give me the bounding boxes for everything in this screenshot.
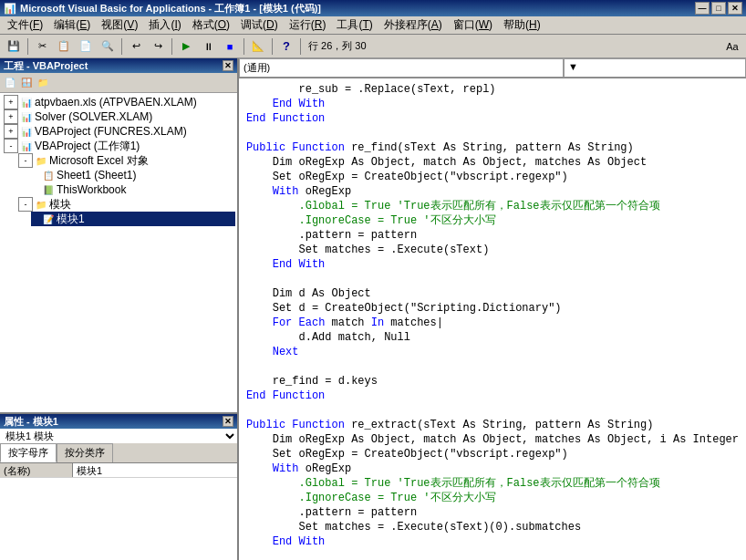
expand-vbaproject1[interactable]: - [4, 139, 18, 153]
project-explorer-title: 工程 - VBAProject [4, 59, 88, 73]
properties-panel: 属性 - 模块1 ✕ 模块1 模块 按字母序 按分类序 (名称) 模块1 [0, 414, 237, 560]
expand-modules[interactable]: - [18, 197, 33, 212]
menu-help[interactable]: 帮助(H) [498, 16, 546, 35]
icon-module1-spacer [33, 213, 40, 225]
tb-sep4 [243, 38, 244, 55]
icon-thisworkbook-spacer [33, 183, 40, 196]
label-atpvbaen: atpvbaen.xls (ATPVBAEN.XLAM) [35, 96, 197, 109]
left-panel: 工程 - VBAProject ✕ 📄 🪟 📁 + 📊 atpvbaen.xls… [0, 58, 239, 560]
proj-tb-toggle[interactable]: 📁 [35, 75, 51, 91]
tb-undo[interactable]: ↩ [126, 36, 146, 57]
icon-thisworkbook: 📗 [42, 183, 55, 196]
label-vbaproject1: VBAProject (工作簿1) [35, 139, 140, 154]
expand-funcres[interactable]: + [4, 124, 18, 139]
tb-design[interactable]: 📐 [248, 36, 268, 57]
expand-atpvbaen[interactable]: + [4, 95, 18, 109]
tb-sep6 [300, 38, 301, 55]
icon-excel-objects: 📁 [35, 154, 47, 167]
window-title: Microsoft Visual Basic for Applications … [20, 2, 321, 16]
menu-debug[interactable]: 调试(D) [235, 16, 284, 35]
menu-format[interactable]: 格式(O) [187, 16, 235, 35]
menu-addins[interactable]: 外接程序(A) [378, 16, 448, 35]
title-icon: 📊 [4, 3, 16, 15]
menu-edit[interactable]: 编辑(E) [48, 16, 96, 35]
tb-stop[interactable]: ■ [220, 36, 240, 57]
proj-tb-view-obj[interactable]: 🪟 [18, 75, 35, 91]
menu-view[interactable]: 视图(V) [96, 16, 143, 35]
code-header-proc[interactable]: ▼ [564, 58, 746, 78]
props-val-name[interactable]: 模块1 [73, 463, 237, 477]
tree-item-module1[interactable]: 📝 模块1 [31, 212, 235, 226]
tree-item-excel-objects[interactable]: - 📁 Microsoft Excel 对象 [16, 153, 235, 168]
icon-vbaproject1: 📊 [20, 140, 33, 152]
tb-find[interactable]: 🔍 [98, 36, 118, 57]
project-explorer: 工程 - VBAProject ✕ 📄 🪟 📁 + 📊 atpvbaen.xls… [0, 58, 237, 414]
tb-pause[interactable]: ⏸ [198, 36, 218, 57]
code-area[interactable]: re_sub = .Replace(sText, repl) End With … [239, 78, 746, 560]
project-explorer-close[interactable]: ✕ [223, 60, 233, 71]
project-toolbar: 📄 🪟 📁 [0, 73, 237, 93]
tree-item-sheet1[interactable]: 📋 Sheet1 (Sheet1) [31, 168, 235, 182]
icon-solver: 📊 [20, 110, 33, 123]
expand-solver[interactable]: + [4, 109, 18, 124]
menu-window[interactable]: 窗口(W) [448, 16, 498, 35]
tb-run[interactable]: ▶ [176, 36, 196, 57]
code-panel: (通用) ▼ re_sub = .Replace(sText, repl) En… [239, 58, 746, 560]
tb-copy[interactable]: 📋 [54, 36, 74, 57]
tb-sep3 [171, 38, 172, 55]
icon-funcres: 📊 [20, 125, 33, 138]
label-modules: 模块 [49, 197, 71, 213]
label-module1: 模块1 [57, 212, 85, 227]
properties-close[interactable]: ✕ [223, 416, 233, 427]
tb-save[interactable]: 💾 [4, 36, 24, 57]
label-excel-objects: Microsoft Excel 对象 [49, 153, 149, 169]
menu-tools[interactable]: 工具(T) [331, 16, 378, 35]
props-row-name: (名称) 模块1 [0, 463, 237, 478]
project-tree: + 📊 atpvbaen.xls (ATPVBAEN.XLAM) + 📊 Sol… [0, 93, 237, 412]
menu-file[interactable]: 文件(F) [2, 16, 48, 35]
tb-extra1[interactable]: Aa [722, 36, 742, 57]
menu-bar: 文件(F) 编辑(E) 视图(V) 插入(I) 格式(O) 调试(D) 运行(R… [0, 16, 746, 35]
properties-module-select[interactable]: 模块1 模块 [0, 429, 237, 443]
tree-item-solver[interactable]: + 📊 Solver (SOLVER.XLAM) [2, 109, 235, 124]
icon-atpvbaen: 📊 [20, 96, 33, 109]
tree-item-modules-folder[interactable]: - 📁 模块 [16, 197, 235, 212]
project-explorer-titlebar: 工程 - VBAProject ✕ [0, 58, 237, 73]
label-sheet1: Sheet1 (Sheet1) [57, 169, 136, 181]
menu-run[interactable]: 运行(R) [284, 16, 332, 35]
code-header-general[interactable]: (通用) [239, 58, 564, 78]
icon-module1: 📝 [42, 213, 55, 225]
minimize-button[interactable]: — [695, 2, 710, 15]
tb-cut[interactable]: ✂ [32, 36, 52, 57]
title-controls: — □ ✕ [695, 2, 742, 15]
menu-insert[interactable]: 插入(I) [143, 16, 186, 35]
icon-sheet1 [33, 169, 40, 181]
tree-item-thisworkbook[interactable]: 📗 ThisWorkbook [31, 182, 235, 197]
tb-help[interactable]: ? [276, 36, 296, 57]
proj-tb-view-code[interactable]: 📄 [2, 75, 18, 91]
tb-paste[interactable]: 📄 [76, 36, 96, 57]
expand-excel-objects[interactable]: - [18, 153, 33, 168]
props-tabs: 按字母序 按分类序 [0, 443, 237, 463]
maximize-button[interactable]: □ [711, 2, 726, 15]
label-solver: Solver (SOLVER.XLAM) [35, 110, 152, 123]
tab-categorical[interactable]: 按分类序 [57, 443, 113, 462]
tb-sep5 [272, 38, 273, 55]
label-funcres: VBAProject (FUNCRES.XLAM) [35, 125, 187, 138]
main-layout: 工程 - VBAProject ✕ 📄 🪟 📁 + 📊 atpvbaen.xls… [0, 58, 746, 560]
properties-title: 属性 - 模块1 [4, 415, 58, 429]
row-col-indicator: 行 26，列 30 [305, 39, 370, 53]
properties-titlebar: 属性 - 模块1 ✕ [0, 414, 237, 429]
tab-alphabetical[interactable]: 按字母序 [0, 443, 57, 462]
props-key-name: (名称) [0, 463, 73, 477]
tb-redo[interactable]: ↪ [148, 36, 168, 57]
tree-item-atpvbaen[interactable]: + 📊 atpvbaen.xls (ATPVBAEN.XLAM) [2, 95, 235, 109]
tree-item-funcres[interactable]: + 📊 VBAProject (FUNCRES.XLAM) [2, 124, 235, 139]
tb-sep1 [27, 38, 28, 55]
tree-item-vbaproject1[interactable]: - 📊 VBAProject (工作簿1) [2, 139, 235, 153]
props-content: (名称) 模块1 [0, 463, 237, 560]
toolbar: 💾 ✂ 📋 📄 🔍 ↩ ↪ ▶ ⏸ ■ 📐 ? 行 26，列 30 Aa [0, 35, 746, 58]
close-button[interactable]: ✕ [728, 2, 742, 15]
title-bar: 📊 Microsoft Visual Basic for Application… [0, 0, 746, 16]
icon-modules: 📁 [35, 198, 47, 211]
